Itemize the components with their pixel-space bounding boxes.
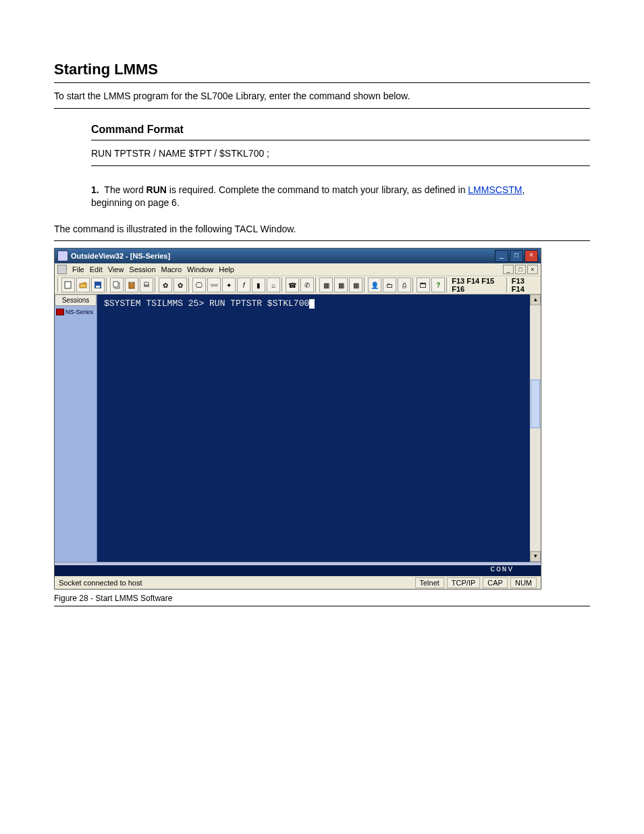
- menu-edit[interactable]: Edit: [90, 265, 103, 273]
- phone-icon[interactable]: ☎: [286, 278, 299, 292]
- mdi-buttons: _ □ ×: [503, 265, 538, 274]
- session-item-ns-series[interactable]: NS-Series: [56, 309, 95, 315]
- svg-rect-0: [65, 282, 71, 288]
- tool-icon[interactable]: ▦: [319, 278, 333, 292]
- scroll-down-icon[interactable]: ▾: [530, 551, 541, 562]
- toolbar: ✿ ✿ 🖵 👓 ✦ f ▮ ⌂ ☎ ✆ ▦ ▦ ▦ 👤 🗀 ⎙ 🗔 ? F13 …: [55, 276, 541, 294]
- doc-icon: [57, 265, 67, 274]
- menu-view[interactable]: View: [108, 265, 124, 273]
- note-bold: RUN: [146, 184, 167, 195]
- terminal[interactable]: $SYSTEM TSILMMS 25> RUN TPTSTR $STKL700: [97, 294, 530, 562]
- window-icon[interactable]: 🗔: [417, 278, 430, 292]
- menu-session[interactable]: Session: [129, 265, 155, 273]
- command-line: RUN TPTSTR / NAME $TPT / $STKL700 ;: [91, 147, 557, 160]
- divider: [91, 140, 590, 140]
- svg-rect-1: [80, 284, 86, 288]
- terminal-area: $SYSTEM TSILMMS 25> RUN TPTSTR $STKL700 …: [97, 294, 541, 562]
- fkey-labels-2[interactable]: F13 F14: [510, 277, 538, 293]
- app-icon: [57, 251, 68, 261]
- menu-window[interactable]: Window: [187, 265, 213, 273]
- command-note: 1. The word RUN is required. Complete th…: [91, 184, 557, 209]
- terminal-line: $SYSTEM TSILMMS 25> RUN TPTSTR $STKL700: [104, 298, 309, 309]
- divider: [54, 240, 590, 241]
- note-pre: The word: [104, 184, 146, 195]
- fkey-labels-1[interactable]: F13 F14 F15 F16: [450, 277, 505, 293]
- function-icon[interactable]: f: [237, 278, 250, 292]
- terminal-cursor: [309, 299, 315, 309]
- tool-icon[interactable]: ✿: [159, 278, 172, 292]
- window-titlebar[interactable]: OutsideView32 - [NS-Series] _ □ ×: [55, 249, 541, 263]
- status-bar: Socket connected to host Telnet TCP/IP C…: [55, 576, 541, 589]
- conv-indicator: CONV: [55, 565, 541, 576]
- paste-icon[interactable]: [125, 278, 138, 292]
- menu-macro[interactable]: Macro: [161, 265, 182, 273]
- menu-help[interactable]: Help: [219, 265, 234, 273]
- illustrated-text: The command is illustrated in the follow…: [54, 223, 520, 236]
- save-icon[interactable]: [91, 278, 105, 292]
- menu-bar: File Edit View Session Macro Window Help…: [55, 263, 541, 276]
- embedded-screenshot: OutsideView32 - [NS-Series] _ □ × File E…: [54, 248, 541, 590]
- open-icon[interactable]: [76, 278, 90, 292]
- tool-icon[interactable]: ▮: [252, 278, 265, 292]
- tool-icon[interactable]: ⌂: [267, 278, 280, 292]
- lmmscstm-link[interactable]: LMMSCSTM: [468, 184, 522, 195]
- minimize-button[interactable]: _: [495, 250, 508, 262]
- svg-rect-5: [113, 282, 118, 287]
- status-telnet: Telnet: [415, 577, 444, 588]
- mdi-restore-icon[interactable]: □: [515, 265, 526, 274]
- status-text: Socket connected to host: [59, 579, 412, 587]
- window-title: OutsideView32 - [NS-Series]: [71, 252, 495, 260]
- copy-icon[interactable]: [110, 278, 124, 292]
- monitor-icon[interactable]: 🖵: [192, 278, 206, 292]
- tool-icon[interactable]: ▦: [334, 278, 348, 292]
- note-index: 1.: [91, 184, 99, 195]
- glasses-icon[interactable]: 👓: [207, 278, 221, 292]
- scrollbar[interactable]: ▴ ▾: [530, 294, 541, 562]
- status-tcpip: TCP/IP: [447, 577, 480, 588]
- note-post: is required. Complete the command to mat…: [167, 184, 468, 195]
- sessions-panel: Sessions NS-Series: [55, 294, 97, 562]
- divider: [54, 108, 590, 109]
- restore-button[interactable]: □: [510, 250, 523, 262]
- tool-icon[interactable]: ✦: [222, 278, 236, 292]
- divider: [91, 165, 590, 166]
- divider: [54, 606, 590, 606]
- tool-icon[interactable]: ⎙: [398, 278, 411, 292]
- sessions-tab[interactable]: Sessions: [55, 294, 97, 306]
- scroll-thumb[interactable]: [531, 380, 540, 428]
- svg-rect-3: [96, 286, 100, 288]
- status-cap: CAP: [483, 577, 508, 588]
- print-icon[interactable]: [140, 278, 153, 292]
- figure-caption: Figure 28 - Start LMMS Software: [54, 594, 590, 603]
- mdi-close-icon[interactable]: ×: [527, 265, 538, 274]
- status-num: NUM: [510, 577, 537, 588]
- section-heading-start-lmms: Starting LMMS: [54, 61, 590, 78]
- mdi-min-icon[interactable]: _: [503, 265, 514, 274]
- phone-icon[interactable]: ✆: [300, 278, 314, 292]
- sub-heading-command-format: Command Format: [91, 124, 590, 136]
- svg-rect-7: [130, 282, 133, 283]
- person-icon[interactable]: 👤: [368, 278, 381, 292]
- help-icon[interactable]: ?: [431, 278, 445, 292]
- menu-file[interactable]: File: [72, 265, 84, 273]
- new-icon[interactable]: [61, 278, 75, 292]
- close-button[interactable]: ×: [525, 250, 538, 262]
- tool-icon[interactable]: ✿: [173, 278, 187, 292]
- folder-icon[interactable]: 🗀: [383, 278, 396, 292]
- svg-rect-9: [144, 282, 149, 285]
- work-area: Sessions NS-Series $SYSTEM TSILMMS 25> R…: [55, 294, 541, 562]
- session-item-label: NS-Series: [65, 309, 93, 315]
- tool-icon[interactable]: ▦: [349, 278, 363, 292]
- svg-rect-6: [129, 282, 134, 288]
- start-lmms-intro: To start the LMMS program for the SL700e…: [54, 90, 520, 103]
- divider: [54, 82, 590, 83]
- scroll-up-icon[interactable]: ▴: [530, 294, 541, 305]
- scroll-track[interactable]: [530, 305, 541, 551]
